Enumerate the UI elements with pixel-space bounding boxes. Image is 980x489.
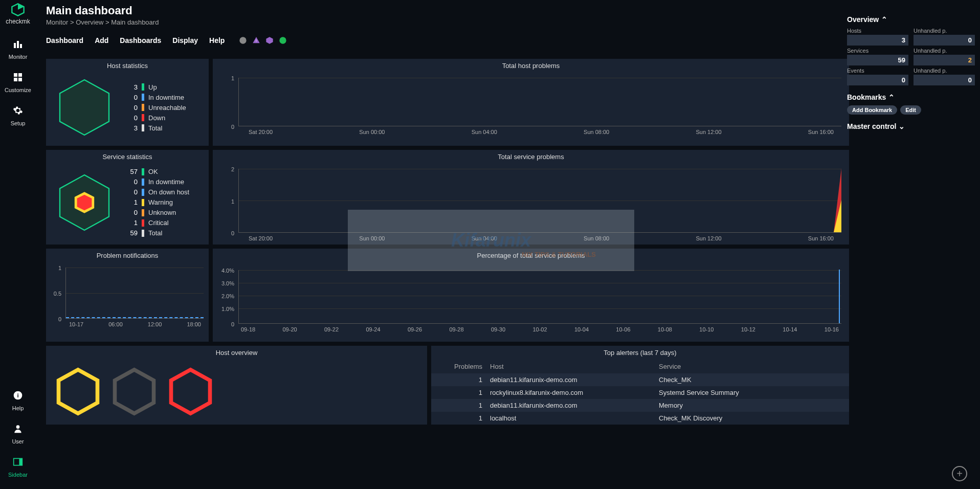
overview-stat[interactable]: Services 59 <box>847 48 908 65</box>
stat-row[interactable]: 57 OK <box>125 168 189 175</box>
chart-total-service-problems[interactable]: 2 1 0 Sat 20:00 Sun 00:00 Sun 04:00 Sun … <box>213 164 849 243</box>
stat-row[interactable]: 0 In downtime <box>125 94 186 101</box>
stat-color-swatch <box>142 104 144 111</box>
chart-pct-service-problems[interactable]: 4.0% 3.0% 2.0% 1.0% 0 09-1809-2009-2209-… <box>213 262 849 342</box>
sidebar-item-monitor[interactable]: Monitor <box>9 39 28 60</box>
stat-row[interactable]: 1 Warning <box>125 198 189 206</box>
host-hexagon[interactable] <box>54 367 102 416</box>
alert-row[interactable]: 1 debian11.kifarunix-demo.com Memory <box>431 399 849 412</box>
stat-row[interactable]: 3 Total <box>125 124 186 132</box>
host-stats-hexagon[interactable] <box>54 77 115 138</box>
warning-icon[interactable]: ! <box>252 36 261 45</box>
stat-label: On down host <box>148 188 189 196</box>
col-header-problems[interactable]: Problems <box>439 363 490 370</box>
menu-help[interactable]: Help <box>209 36 225 45</box>
stat-label: Warning <box>148 198 173 206</box>
menu-dashboards[interactable]: Dashboards <box>120 36 161 45</box>
svg-point-13 <box>240 37 247 43</box>
alert-row[interactable]: 1 debian11.kifarunix-demo.com Check_MK <box>431 373 849 386</box>
svg-marker-17 <box>60 80 109 135</box>
globe-icon[interactable] <box>238 36 248 45</box>
stat-label: Hosts <box>847 28 908 34</box>
stat-count: 3 <box>125 124 138 132</box>
chart-total-host-problems[interactable]: 1 0 Sat 20:00 Sun 00:00 Sun 04:00 Sun 08… <box>213 73 849 137</box>
stat-color-swatch <box>142 114 144 121</box>
stat-row[interactable]: 59 Total <box>125 229 189 237</box>
sidebar-label: Sidebar <box>8 472 28 478</box>
svg-point-16 <box>280 37 286 43</box>
sidebar-item-help[interactable]: i Help <box>12 390 24 411</box>
stat-row[interactable]: 1 Critical <box>125 219 189 227</box>
menu-dashboard[interactable]: Dashboard <box>46 36 83 45</box>
stat-color-swatch <box>142 199 144 206</box>
chevron-up-icon: ⌃ <box>881 15 887 24</box>
master-control-section-header[interactable]: Master control ⌄ <box>847 122 975 130</box>
panel-total-host-problems: Total host problems 1 0 Sat 20:00 Sun 00… <box>213 59 849 146</box>
overview-stat[interactable]: Unhandled p. 0 <box>914 68 975 85</box>
sidebar-item-user[interactable]: User <box>12 424 24 444</box>
stat-label: In downtime <box>148 94 184 101</box>
panel-title: Total service problems <box>213 150 849 164</box>
host-hexagon[interactable] <box>166 367 215 416</box>
stat-count: 1 <box>125 198 138 206</box>
edit-bookmark-button[interactable]: Edit <box>900 105 921 115</box>
menu-display[interactable]: Display <box>172 36 198 45</box>
menu-add[interactable]: Add <box>95 36 108 45</box>
sidebar-item-customize[interactable]: Customize <box>5 72 31 93</box>
sidebar-item-setup[interactable]: Setup <box>11 105 26 126</box>
svg-rect-12 <box>19 458 22 465</box>
alert-row[interactable]: 1 localhost Check_MK Discovery <box>431 412 849 425</box>
stat-value: 0 <box>914 75 975 85</box>
logo-text: checkmk <box>6 18 30 25</box>
add-dashlet-button[interactable]: + <box>952 466 967 481</box>
alert-host: debian11.kifarunix-demo.com <box>490 402 659 409</box>
alert-host: rockylinux8.kifarunix-demo.com <box>490 389 659 396</box>
add-bookmark-button[interactable]: Add Bookmark <box>847 105 897 115</box>
stat-row[interactable]: 0 On down host <box>125 188 189 196</box>
alert-row[interactable]: 1 rockylinux8.kifarunix-demo.com Systemd… <box>431 386 849 399</box>
spotify-icon[interactable] <box>278 36 287 45</box>
chevron-down-icon: ⌄ <box>899 122 905 130</box>
stat-value: 0 <box>847 75 908 85</box>
stat-label: Unhandled p. <box>914 68 975 74</box>
panel-host-overview: Host overview <box>46 346 427 425</box>
hexagon-icon[interactable] <box>265 36 274 45</box>
alert-host: localhost <box>490 414 659 422</box>
stat-count: 0 <box>125 209 138 216</box>
bookmarks-section-header[interactable]: Bookmarks ⌃ <box>847 93 975 101</box>
main-content: Host statistics 3 Up 0 In downtime 0 Unr… <box>46 59 849 429</box>
info-icon: i <box>13 390 23 403</box>
overview-stat[interactable]: Events 0 <box>847 68 908 85</box>
stat-row[interactable]: 0 Down <box>125 114 186 122</box>
alert-problems: 1 <box>439 414 490 422</box>
stat-color-swatch <box>142 168 144 175</box>
breadcrumb[interactable]: Monitor > Overview > Main dashboard <box>46 18 159 26</box>
overview-section-header[interactable]: Overview ⌃ <box>847 15 975 24</box>
chart-problem-notifications[interactable]: 1 0.5 0 10-17 06:00 12:00 18:00 <box>46 262 209 329</box>
stat-row[interactable]: 0 Unknown <box>125 209 189 216</box>
svg-marker-23 <box>59 370 98 414</box>
panel-title: Service statistics <box>46 150 209 164</box>
stat-count: 0 <box>125 188 138 196</box>
service-stats-hexagon[interactable] <box>54 172 115 233</box>
svg-rect-2 <box>17 41 19 48</box>
svg-rect-7 <box>18 78 22 81</box>
stat-color-swatch <box>142 124 144 131</box>
stat-row[interactable]: 0 In downtime <box>125 178 189 186</box>
overview-stat[interactable]: Unhandled p. 0 <box>914 28 975 46</box>
overview-stat[interactable]: Unhandled p. 2 <box>914 48 975 65</box>
stat-label: Services <box>847 48 908 54</box>
logo[interactable]: checkmk <box>6 3 30 25</box>
stat-count: 0 <box>125 114 138 122</box>
sidebar-label: Help <box>12 405 24 411</box>
host-hexagon[interactable] <box>110 367 159 416</box>
col-header-host[interactable]: Host <box>490 363 659 370</box>
stat-row[interactable]: 0 Unreachable <box>125 104 186 112</box>
svg-text:!: ! <box>256 39 257 42</box>
svg-marker-24 <box>115 370 154 414</box>
stat-label: In downtime <box>148 178 184 186</box>
sidebar-item-sidebar[interactable]: Sidebar <box>8 457 28 478</box>
col-header-service[interactable]: Service <box>659 363 841 370</box>
stat-row[interactable]: 3 Up <box>125 83 186 91</box>
overview-stat[interactable]: Hosts 3 <box>847 28 908 46</box>
